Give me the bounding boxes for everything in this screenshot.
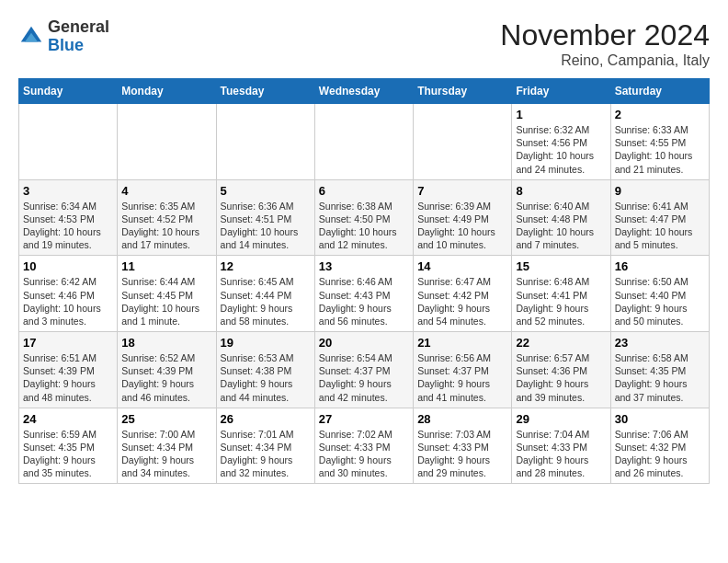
calendar-cell: 3Sunrise: 6:34 AMSunset: 4:53 PMDaylight…	[19, 179, 118, 256]
day-info: Sunrise: 6:40 AMSunset: 4:48 PMDaylight:…	[516, 200, 606, 252]
calendar-cell: 20Sunrise: 6:54 AMSunset: 4:37 PMDayligh…	[314, 332, 413, 408]
location-text: Reino, Campania, Italy	[500, 52, 710, 69]
calendar-cell: 4Sunrise: 6:35 AMSunset: 4:52 PMDaylight…	[118, 179, 216, 256]
calendar-cell	[414, 104, 512, 180]
title-block: November 2024 Reino, Campania, Italy	[500, 18, 710, 69]
day-info: Sunrise: 7:02 AMSunset: 4:33 PMDaylight:…	[319, 428, 409, 480]
day-number: 19	[221, 336, 311, 350]
calendar-cell: 17Sunrise: 6:51 AMSunset: 4:39 PMDayligh…	[19, 332, 118, 408]
day-info: Sunrise: 6:56 AMSunset: 4:37 PMDaylight:…	[417, 351, 507, 404]
calendar-cell: 8Sunrise: 6:40 AMSunset: 4:48 PMDaylight…	[512, 179, 610, 256]
month-title: November 2024	[500, 18, 710, 52]
calendar-week-row: 3Sunrise: 6:34 AMSunset: 4:53 PMDaylight…	[19, 179, 710, 256]
day-number: 10	[23, 259, 113, 273]
calendar-week-row: 10Sunrise: 6:42 AMSunset: 4:46 PMDayligh…	[19, 256, 710, 332]
day-info: Sunrise: 6:59 AMSunset: 4:35 PMDaylight:…	[23, 428, 113, 480]
day-info: Sunrise: 6:36 AMSunset: 4:51 PMDaylight:…	[221, 200, 311, 252]
weekday-header: Thursday	[414, 79, 512, 104]
day-number: 18	[121, 336, 211, 350]
day-number: 28	[417, 412, 507, 426]
calendar-week-row: 17Sunrise: 6:51 AMSunset: 4:39 PMDayligh…	[19, 332, 710, 408]
calendar-cell: 14Sunrise: 6:47 AMSunset: 4:42 PMDayligh…	[414, 256, 512, 332]
day-number: 3	[23, 184, 113, 198]
calendar-cell: 5Sunrise: 6:36 AMSunset: 4:51 PMDaylight…	[216, 179, 314, 256]
day-info: Sunrise: 6:58 AMSunset: 4:35 PMDaylight:…	[615, 351, 705, 404]
day-number: 12	[221, 259, 311, 273]
calendar-cell: 11Sunrise: 6:44 AMSunset: 4:45 PMDayligh…	[118, 256, 216, 332]
day-info: Sunrise: 6:47 AMSunset: 4:42 PMDaylight:…	[417, 275, 507, 327]
day-info: Sunrise: 7:00 AMSunset: 4:34 PMDaylight:…	[121, 428, 211, 480]
weekday-header: Monday	[118, 79, 216, 104]
day-info: Sunrise: 6:39 AMSunset: 4:49 PMDaylight:…	[417, 200, 507, 252]
weekday-header: Wednesday	[314, 79, 413, 104]
calendar-week-row: 1Sunrise: 6:32 AMSunset: 4:56 PMDaylight…	[19, 104, 710, 180]
calendar-cell	[216, 104, 314, 180]
day-info: Sunrise: 6:57 AMSunset: 4:36 PMDaylight:…	[516, 351, 606, 404]
logo-icon	[18, 24, 44, 50]
logo-general-text: General	[48, 17, 109, 36]
day-number: 13	[319, 259, 409, 273]
day-number: 26	[221, 412, 311, 426]
calendar-cell: 25Sunrise: 7:00 AMSunset: 4:34 PMDayligh…	[118, 408, 216, 484]
day-info: Sunrise: 6:46 AMSunset: 4:43 PMDaylight:…	[319, 275, 409, 327]
day-number: 25	[121, 412, 211, 426]
calendar-cell: 24Sunrise: 6:59 AMSunset: 4:35 PMDayligh…	[19, 408, 118, 484]
weekday-header: Friday	[512, 79, 610, 104]
day-number: 8	[516, 184, 606, 198]
day-number: 23	[615, 336, 705, 350]
calendar-cell: 12Sunrise: 6:45 AMSunset: 4:44 PMDayligh…	[216, 256, 314, 332]
calendar-cell: 15Sunrise: 6:48 AMSunset: 4:41 PMDayligh…	[512, 256, 610, 332]
calendar-cell: 9Sunrise: 6:41 AMSunset: 4:47 PMDaylight…	[610, 179, 709, 256]
calendar-cell	[314, 104, 413, 180]
day-info: Sunrise: 6:45 AMSunset: 4:44 PMDaylight:…	[221, 275, 311, 327]
calendar-cell	[19, 104, 118, 180]
logo: General Blue	[18, 18, 109, 55]
day-number: 24	[23, 412, 113, 426]
weekday-header-row: SundayMondayTuesdayWednesdayThursdayFrid…	[19, 79, 710, 104]
weekday-header: Saturday	[610, 79, 709, 104]
day-number: 15	[516, 259, 606, 273]
calendar-cell: 21Sunrise: 6:56 AMSunset: 4:37 PMDayligh…	[414, 332, 512, 408]
day-number: 9	[615, 184, 705, 198]
day-number: 21	[417, 336, 507, 350]
calendar-cell: 19Sunrise: 6:53 AMSunset: 4:38 PMDayligh…	[216, 332, 314, 408]
day-info: Sunrise: 6:34 AMSunset: 4:53 PMDaylight:…	[23, 200, 113, 252]
day-number: 4	[121, 184, 211, 198]
calendar-cell: 22Sunrise: 6:57 AMSunset: 4:36 PMDayligh…	[512, 332, 610, 408]
calendar-week-row: 24Sunrise: 6:59 AMSunset: 4:35 PMDayligh…	[19, 408, 710, 484]
day-info: Sunrise: 6:53 AMSunset: 4:38 PMDaylight:…	[221, 351, 311, 404]
day-info: Sunrise: 7:04 AMSunset: 4:33 PMDaylight:…	[516, 428, 606, 480]
calendar-cell: 23Sunrise: 6:58 AMSunset: 4:35 PMDayligh…	[610, 332, 709, 408]
day-info: Sunrise: 7:01 AMSunset: 4:34 PMDaylight:…	[221, 428, 311, 480]
day-info: Sunrise: 6:32 AMSunset: 4:56 PMDaylight:…	[516, 123, 606, 176]
day-number: 11	[121, 259, 211, 273]
calendar-cell: 1Sunrise: 6:32 AMSunset: 4:56 PMDaylight…	[512, 104, 610, 180]
day-info: Sunrise: 6:41 AMSunset: 4:47 PMDaylight:…	[615, 200, 705, 252]
day-info: Sunrise: 7:03 AMSunset: 4:33 PMDaylight:…	[417, 428, 507, 480]
day-info: Sunrise: 6:52 AMSunset: 4:39 PMDaylight:…	[121, 351, 211, 404]
calendar-cell: 10Sunrise: 6:42 AMSunset: 4:46 PMDayligh…	[19, 256, 118, 332]
day-number: 1	[516, 108, 606, 121]
day-info: Sunrise: 6:42 AMSunset: 4:46 PMDaylight:…	[23, 275, 113, 327]
day-number: 5	[221, 184, 311, 198]
calendar-cell: 30Sunrise: 7:06 AMSunset: 4:32 PMDayligh…	[610, 408, 709, 484]
day-info: Sunrise: 6:54 AMSunset: 4:37 PMDaylight:…	[319, 351, 409, 404]
day-number: 22	[516, 336, 606, 350]
day-info: Sunrise: 6:51 AMSunset: 4:39 PMDaylight:…	[23, 351, 113, 404]
calendar-cell: 16Sunrise: 6:50 AMSunset: 4:40 PMDayligh…	[610, 256, 709, 332]
day-info: Sunrise: 6:33 AMSunset: 4:55 PMDaylight:…	[615, 123, 705, 176]
calendar-cell: 18Sunrise: 6:52 AMSunset: 4:39 PMDayligh…	[118, 332, 216, 408]
day-number: 14	[417, 259, 507, 273]
calendar-cell: 27Sunrise: 7:02 AMSunset: 4:33 PMDayligh…	[314, 408, 413, 484]
calendar-cell: 29Sunrise: 7:04 AMSunset: 4:33 PMDayligh…	[512, 408, 610, 484]
calendar-cell: 6Sunrise: 6:38 AMSunset: 4:50 PMDaylight…	[314, 179, 413, 256]
weekday-header: Sunday	[19, 79, 118, 104]
weekday-header: Tuesday	[216, 79, 314, 104]
day-info: Sunrise: 6:48 AMSunset: 4:41 PMDaylight:…	[516, 275, 606, 327]
day-number: 17	[23, 336, 113, 350]
calendar-cell: 26Sunrise: 7:01 AMSunset: 4:34 PMDayligh…	[216, 408, 314, 484]
calendar-cell: 28Sunrise: 7:03 AMSunset: 4:33 PMDayligh…	[414, 408, 512, 484]
day-info: Sunrise: 6:44 AMSunset: 4:45 PMDaylight:…	[121, 275, 211, 327]
day-number: 27	[319, 412, 409, 426]
day-number: 6	[319, 184, 409, 198]
